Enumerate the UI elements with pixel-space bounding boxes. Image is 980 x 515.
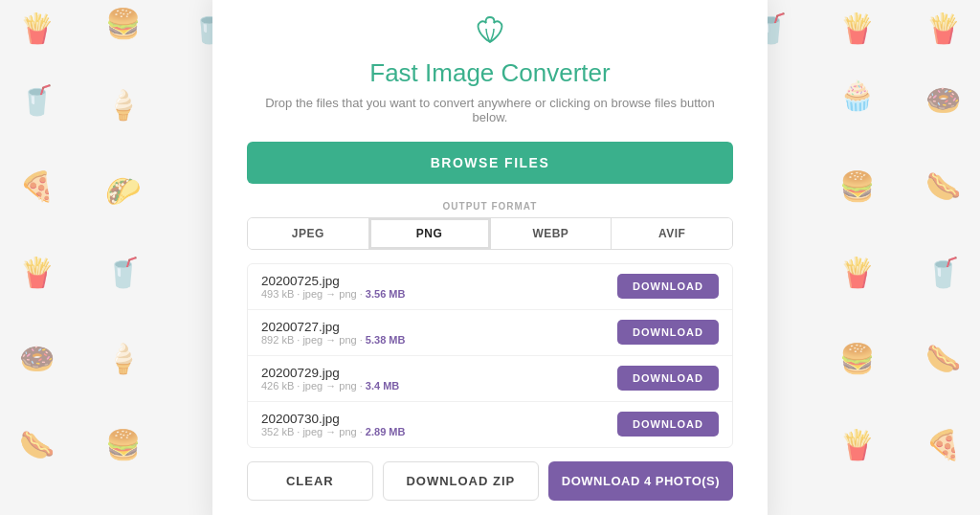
bg-icon: 🍕 [925, 431, 961, 459]
download-button-2[interactable]: DOWNLOAD [617, 366, 719, 391]
bg-icon: 🌭 [19, 431, 55, 459]
logo-area [247, 15, 733, 49]
file-info: 20200727.jpg 892 kB · jpeg → png · 5.38 … [261, 320, 405, 346]
bg-icon: 🧁 [839, 81, 875, 110]
bg-icon: 🌮 [105, 177, 141, 206]
download-button-3[interactable]: DOWNLOAD [617, 412, 719, 437]
clear-button[interactable]: CLEAR [247, 461, 373, 501]
file-size-new: 3.56 MB [366, 288, 406, 300]
format-label: OUTPUT FORMAT [247, 201, 733, 212]
tab-png[interactable]: PNG [369, 218, 491, 249]
bg-icon: 🍦 [105, 345, 141, 373]
browse-files-button[interactable]: BROWSE FILES [247, 142, 733, 184]
file-name: 20200729.jpg [261, 366, 399, 380]
files-list: 20200725.jpg 493 kB · jpeg → png · 3.56 … [247, 263, 733, 448]
bg-icon: 🍟 [839, 258, 875, 287]
bg-icon: 🥤 [105, 258, 141, 287]
file-info: 20200730.jpg 352 kB · jpeg → png · 2.89 … [261, 412, 405, 437]
format-section: OUTPUT FORMAT JPEG PNG WEBP AVIF [247, 201, 733, 250]
bg-icon: 🍟 [839, 431, 875, 459]
bg-icon: 🍔 [105, 431, 141, 459]
bg-icon: 🍟 [19, 258, 55, 287]
bg-icon: 🍩 [19, 345, 55, 373]
file-meta: 892 kB · jpeg → png · 5.38 MB [261, 334, 405, 346]
actions-row: CLEAR DOWNLOAD ZIP DOWNLOAD 4 PHOTO(S) [247, 461, 733, 501]
bg-icon: 🍟 [839, 14, 875, 43]
bg-icon: 🥤 [19, 86, 55, 115]
download-button-1[interactable]: DOWNLOAD [617, 320, 719, 345]
bg-icon: 🍟 [19, 14, 55, 43]
file-name: 20200727.jpg [261, 320, 405, 334]
file-info: 20200725.jpg 493 kB · jpeg → png · 3.56 … [261, 274, 405, 300]
table-row: 20200730.jpg 352 kB · jpeg → png · 2.89 … [248, 402, 732, 447]
bg-icon: 🌭 [925, 345, 961, 373]
file-meta: 352 kB · jpeg → png · 2.89 MB [261, 426, 405, 437]
file-meta: 493 kB · jpeg → png · 3.56 MB [261, 288, 405, 300]
file-meta-prefix: 352 kB · jpeg → png · [261, 426, 366, 437]
bg-icon: 🍔 [839, 172, 875, 201]
bg-icon: 🥤 [925, 258, 961, 287]
bg-icon: 🌭 [925, 172, 961, 201]
bg-icon: 🍦 [105, 91, 141, 120]
bg-icon: 🍩 [925, 86, 961, 115]
app-title: Fast Image Converter [247, 58, 733, 88]
file-info: 20200729.jpg 426 kB · jpeg → png · 3.4 M… [261, 366, 399, 392]
app-logo-icon [473, 20, 507, 50]
bg-icon: 🍕 [19, 172, 55, 201]
download-zip-button[interactable]: DOWNLOAD ZIP [383, 461, 539, 501]
file-size-new: 3.4 MB [366, 380, 399, 392]
tab-jpeg[interactable]: JPEG [248, 218, 369, 249]
table-row: 20200727.jpg 892 kB · jpeg → png · 5.38 … [248, 310, 732, 356]
file-meta-prefix: 426 kB · jpeg → png · [261, 380, 366, 392]
file-size-new: 5.38 MB [366, 334, 406, 346]
download-button-0[interactable]: DOWNLOAD [617, 274, 719, 299]
app-subtitle: Drop the files that you want to convert … [247, 96, 733, 124]
format-tabs: JPEG PNG WEBP AVIF [247, 217, 733, 250]
bg-icon: 🍔 [105, 10, 141, 38]
tab-avif[interactable]: AVIF [612, 218, 732, 249]
file-meta-prefix: 892 kB · jpeg → png · [261, 334, 366, 346]
file-meta-prefix: 493 kB · jpeg → png · [261, 288, 366, 300]
file-meta: 426 kB · jpeg → png · 3.4 MB [261, 380, 399, 392]
tab-webp[interactable]: WEBP [491, 218, 612, 249]
bg-icon: 🍔 [839, 345, 875, 373]
table-row: 20200729.jpg 426 kB · jpeg → png · 3.4 M… [248, 356, 732, 402]
file-name: 20200725.jpg [261, 274, 405, 288]
main-card: Fast Image Converter Drop the files that… [212, 0, 768, 515]
table-row: 20200725.jpg 493 kB · jpeg → png · 3.56 … [248, 264, 732, 310]
bg-icon: 🍟 [925, 14, 961, 43]
file-name: 20200730.jpg [261, 412, 405, 426]
download-all-button[interactable]: DOWNLOAD 4 PHOTO(S) [548, 461, 733, 501]
file-size-new: 2.89 MB [366, 426, 406, 437]
